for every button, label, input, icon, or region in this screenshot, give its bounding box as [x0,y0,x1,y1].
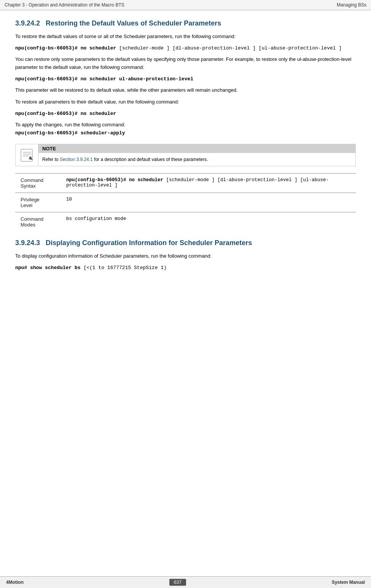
command5-bold: npu# show scheduler bs [15,265,81,271]
note-prefix: Refer to [42,157,60,162]
section-number-1: 3.9.24.2 [15,19,40,27]
note-link[interactable]: Section 3.9.24.1 [60,157,93,162]
note-box: NOTE Refer to Section 3.9.24.1 for a des… [15,144,356,166]
svg-marker-4 [29,156,32,160]
command-block-4: npu(config-bs-66053)# scheduler-apply [15,130,125,136]
command-block-3: npu(config-bs-66053)# no scheduler [15,110,356,118]
intro-paragraph: To restore the default values of some or… [15,33,356,41]
syntax-label: Command Syntax [15,174,61,193]
command-block-2: npu(config-bs-66053)# no scheduler ul-ab… [15,75,356,83]
command5-normal: [<(1 to 16777215 StepSize 1) [81,265,167,271]
command1-bold: npu(config-bs-66053)# no scheduler [15,45,116,51]
note-suffix: for a description and default values of … [93,157,208,162]
syntax-value: npu(config-bs-66053)# no scheduler [sche… [61,174,356,193]
note-image-icon [20,148,34,162]
table-row-modes: Command Modes bs configuration mode [15,212,356,232]
page-content: 3.9.24.2 Restoring the Default Values of… [0,10,371,283]
footer-right: System Manual [332,580,365,585]
page-footer: 4Motion 637 System Manual [0,576,371,588]
note-content: NOTE Refer to Section 3.9.24.1 for a des… [38,144,355,166]
table-row-syntax: Command Syntax npu(config-bs-66053)# no … [15,174,356,193]
footer-left: 4Motion [6,580,24,585]
syntax-value-bold: npu(config-bs-66053)# no scheduler [66,177,163,183]
table-row-privilege: Privilege Level 10 [15,193,356,212]
header-left: Chapter 3 - Operation and Administration… [5,2,124,8]
info-table: Command Syntax npu(config-bs-66053)# no … [15,173,356,231]
body-paragraph-5: To apply the changes, run the following … [15,121,356,137]
page-header: Chapter 3 - Operation and Administration… [0,0,371,10]
body-paragraph-4: To restore all parameters to their defau… [15,98,356,106]
header-right: Managing BSs [337,2,366,8]
modes-label: Command Modes [15,212,61,232]
modes-value: bs configuration mode [61,212,356,232]
footer-page: 637 [169,579,186,586]
command-block-1: npu(config-bs-66053)# no scheduler [sche… [15,45,356,52]
svg-rect-0 [21,149,32,161]
note-body: Refer to Section 3.9.24.1 for a descript… [38,153,355,166]
section2-intro: To display configuration information of … [15,252,356,260]
command-block-5: npu# show scheduler bs [<(1 to 16777215 … [15,264,356,272]
section-number-2: 3.9.24.3 [15,239,40,247]
body-paragraph-3: This parameter will be restored to its d… [15,86,356,94]
command1-normal: [scheduler-mode ] [dl-abuse-protection-l… [116,45,342,51]
privilege-value: 10 [61,193,356,212]
note-header: NOTE [38,144,355,153]
section-title-2: 3.9.24.3 Displaying Configuration Inform… [15,239,356,247]
section-title-1: 3.9.24.2 Restoring the Default Values of… [15,19,356,27]
section-heading-1: Restoring the Default Values of Schedule… [46,19,221,27]
privilege-label: Privilege Level [15,193,61,212]
body-paragraph-2: You can restore only some parameters to … [15,56,356,72]
section-heading-2: Displaying Configuration Information for… [46,239,252,247]
note-icon [16,144,38,166]
